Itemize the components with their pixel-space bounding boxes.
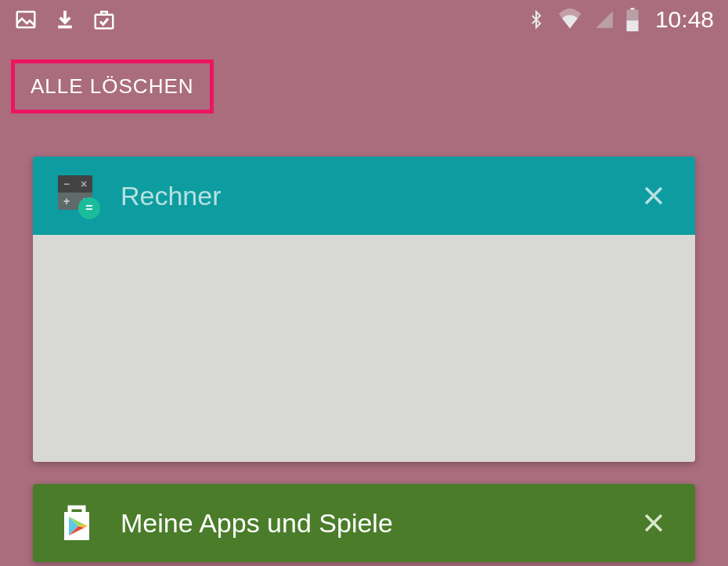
wifi-icon (557, 8, 583, 31)
briefcase-check-icon (92, 8, 116, 31)
card-header: Meine Apps und Spiele (33, 484, 695, 562)
close-icon (640, 182, 667, 209)
recent-app-card[interactable]: −× +÷ = Rechner (33, 157, 695, 462)
app-title: Meine Apps und Spiele (121, 508, 634, 539)
svg-rect-5 (626, 20, 638, 31)
close-button[interactable] (634, 503, 673, 543)
play-store-icon (55, 501, 99, 545)
clear-all-button[interactable]: ALLE LÖSCHEN (11, 59, 214, 114)
status-right-group: 10:48 (527, 6, 714, 33)
recent-app-card[interactable]: Meine Apps und Spiele (33, 484, 695, 562)
recent-apps-list: −× +÷ = Rechner (33, 157, 695, 566)
signal-icon (594, 9, 614, 31)
calculator-icon: −× +÷ = (55, 174, 99, 218)
bluetooth-icon (527, 8, 546, 31)
clear-all-label: ALLE LÖSCHEN (31, 74, 194, 98)
app-title: Rechner (121, 181, 634, 211)
svg-rect-1 (58, 26, 72, 29)
download-icon (53, 8, 77, 31)
clock: 10:48 (655, 6, 714, 33)
image-icon (14, 8, 38, 31)
close-icon (640, 510, 667, 536)
status-bar: 10:48 (0, 0, 728, 39)
card-preview (33, 235, 695, 462)
close-button[interactable] (634, 176, 673, 215)
svg-rect-3 (630, 8, 634, 10)
status-left-group (14, 8, 116, 31)
card-header: −× +÷ = Rechner (33, 157, 695, 235)
battery-icon (625, 8, 640, 31)
